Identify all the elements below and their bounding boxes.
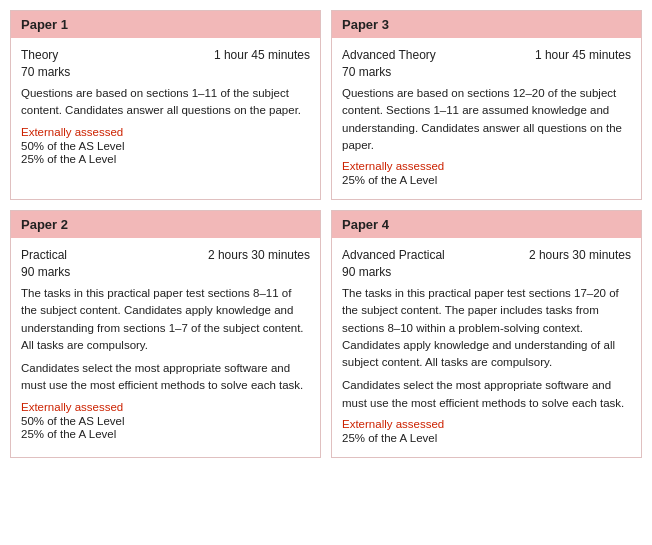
- paper1-marks: 70 marks: [21, 65, 310, 79]
- paper3-assessed: Externally assessed: [342, 160, 631, 172]
- paper1-type: Theory: [21, 48, 58, 62]
- paper4-body: Advanced Practical2 hours 30 minutes90 m…: [332, 238, 641, 457]
- paper2-assessed: Externally assessed: [21, 401, 310, 413]
- paper3-marks: 70 marks: [342, 65, 631, 79]
- paper1-description-0: Questions are based on sections 1–11 of …: [21, 85, 310, 120]
- paper3-header: Paper 3: [332, 11, 641, 38]
- paper2-description-1: Candidates select the most appropriate s…: [21, 360, 310, 395]
- paper1-level-1: 25% of the A Level: [21, 153, 310, 165]
- papers-grid: Paper 1Theory1 hour 45 minutes70 marksQu…: [10, 10, 642, 458]
- paper1-duration: 1 hour 45 minutes: [214, 48, 310, 62]
- paper3-body: Advanced Theory1 hour 45 minutes70 marks…: [332, 38, 641, 199]
- paper3-description-0: Questions are based on sections 12–20 of…: [342, 85, 631, 154]
- paper2-level-0: 50% of the AS Level: [21, 415, 310, 427]
- paper4-assessed: Externally assessed: [342, 418, 631, 430]
- paper2-level-1: 25% of the A Level: [21, 428, 310, 440]
- paper4-title-row: Advanced Practical2 hours 30 minutes: [342, 248, 631, 262]
- paper4-duration: 2 hours 30 minutes: [529, 248, 631, 262]
- paper4-description-1: Candidates select the most appropriate s…: [342, 377, 631, 412]
- paper2-header: Paper 2: [11, 211, 320, 238]
- paper1-body: Theory1 hour 45 minutes70 marksQuestions…: [11, 38, 320, 178]
- paper1-title-row: Theory1 hour 45 minutes: [21, 48, 310, 62]
- paper2-description-0: The tasks in this practical paper test s…: [21, 285, 310, 354]
- paper2-title-row: Practical2 hours 30 minutes: [21, 248, 310, 262]
- paper4-type: Advanced Practical: [342, 248, 445, 262]
- paper1-header: Paper 1: [11, 11, 320, 38]
- card-paper1: Paper 1Theory1 hour 45 minutes70 marksQu…: [10, 10, 321, 200]
- paper4-header: Paper 4: [332, 211, 641, 238]
- paper1-assessed: Externally assessed: [21, 126, 310, 138]
- paper2-body: Practical2 hours 30 minutes90 marksThe t…: [11, 238, 320, 453]
- paper4-level-0: 25% of the A Level: [342, 432, 631, 444]
- paper4-description-0: The tasks in this practical paper test s…: [342, 285, 631, 371]
- paper4-marks: 90 marks: [342, 265, 631, 279]
- paper2-type: Practical: [21, 248, 67, 262]
- paper1-level-0: 50% of the AS Level: [21, 140, 310, 152]
- paper3-title-row: Advanced Theory1 hour 45 minutes: [342, 48, 631, 62]
- card-paper4: Paper 4Advanced Practical2 hours 30 minu…: [331, 210, 642, 458]
- paper3-type: Advanced Theory: [342, 48, 436, 62]
- card-paper2: Paper 2Practical2 hours 30 minutes90 mar…: [10, 210, 321, 458]
- card-paper3: Paper 3Advanced Theory1 hour 45 minutes7…: [331, 10, 642, 200]
- paper3-duration: 1 hour 45 minutes: [535, 48, 631, 62]
- paper2-duration: 2 hours 30 minutes: [208, 248, 310, 262]
- paper3-level-0: 25% of the A Level: [342, 174, 631, 186]
- paper2-marks: 90 marks: [21, 265, 310, 279]
